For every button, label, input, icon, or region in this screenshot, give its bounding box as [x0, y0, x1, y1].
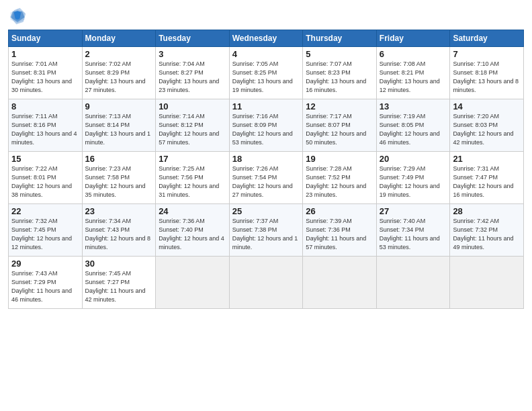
logo [8, 7, 30, 26]
day-number: 13 [380, 101, 447, 111]
calendar-cell: 7Sunrise: 7:10 AMSunset: 8:18 PMDaylight… [450, 47, 524, 99]
calendar-cell: 23Sunrise: 7:34 AMSunset: 7:43 PMDayligh… [82, 204, 156, 257]
calendar-cell: 25Sunrise: 7:37 AMSunset: 7:38 PMDayligh… [229, 204, 303, 257]
calendar-week-row: 1Sunrise: 7:01 AMSunset: 8:31 PMDaylight… [9, 47, 524, 99]
day-number: 23 [85, 206, 153, 216]
day-info: Sunrise: 7:39 AMSunset: 7:36 PMDaylight:… [306, 217, 373, 252]
calendar-week-row: 8Sunrise: 7:11 AMSunset: 8:16 PMDaylight… [9, 99, 524, 152]
calendar-week-row: 29Sunrise: 7:43 AMSunset: 7:29 PMDayligh… [9, 257, 524, 309]
day-number: 24 [159, 206, 226, 216]
header [8, 7, 524, 26]
day-number: 18 [232, 154, 300, 164]
calendar-cell: 29Sunrise: 7:43 AMSunset: 7:29 PMDayligh… [9, 257, 83, 309]
calendar-cell: 4Sunrise: 7:05 AMSunset: 8:25 PMDaylight… [229, 47, 303, 99]
day-number: 9 [85, 101, 153, 111]
column-header-friday: Friday [376, 30, 450, 47]
day-number: 12 [306, 101, 373, 111]
calendar-cell: 21Sunrise: 7:31 AMSunset: 7:47 PMDayligh… [450, 152, 524, 204]
logo-icon [8, 7, 27, 26]
calendar-cell: 20Sunrise: 7:29 AMSunset: 7:49 PMDayligh… [376, 152, 450, 204]
calendar-cell: 27Sunrise: 7:40 AMSunset: 7:34 PMDayligh… [376, 204, 450, 257]
day-number: 6 [380, 49, 447, 59]
calendar-cell: 19Sunrise: 7:28 AMSunset: 7:52 PMDayligh… [303, 152, 377, 204]
day-info: Sunrise: 7:04 AMSunset: 8:27 PMDaylight:… [159, 60, 226, 95]
calendar-cell: 15Sunrise: 7:22 AMSunset: 8:01 PMDayligh… [9, 152, 83, 204]
day-info: Sunrise: 7:36 AMSunset: 7:40 PMDaylight:… [159, 217, 226, 252]
day-number: 4 [232, 49, 300, 59]
calendar-cell: 3Sunrise: 7:04 AMSunset: 8:27 PMDaylight… [156, 47, 230, 99]
day-info: Sunrise: 7:28 AMSunset: 7:52 PMDaylight:… [306, 165, 373, 199]
day-info: Sunrise: 7:08 AMSunset: 8:21 PMDaylight:… [380, 60, 447, 95]
day-info: Sunrise: 7:37 AMSunset: 7:38 PMDaylight:… [232, 217, 300, 252]
day-info: Sunrise: 7:05 AMSunset: 8:25 PMDaylight:… [232, 60, 300, 95]
day-number: 3 [159, 49, 226, 59]
page-container: SundayMondayTuesdayWednesdayThursdayFrid… [0, 0, 532, 316]
calendar-cell [303, 257, 377, 309]
calendar-cell: 9Sunrise: 7:13 AMSunset: 8:14 PMDaylight… [82, 99, 156, 152]
day-info: Sunrise: 7:42 AMSunset: 7:32 PMDaylight:… [453, 217, 521, 252]
calendar-cell: 18Sunrise: 7:26 AMSunset: 7:54 PMDayligh… [229, 152, 303, 204]
day-number: 16 [85, 154, 153, 164]
day-number: 20 [380, 154, 447, 164]
calendar-cell: 13Sunrise: 7:19 AMSunset: 8:05 PMDayligh… [376, 99, 450, 152]
day-info: Sunrise: 7:26 AMSunset: 7:54 PMDaylight:… [232, 165, 300, 199]
day-number: 27 [380, 206, 447, 216]
calendar-cell: 22Sunrise: 7:32 AMSunset: 7:45 PMDayligh… [9, 204, 83, 257]
day-number: 19 [306, 154, 373, 164]
calendar-week-row: 22Sunrise: 7:32 AMSunset: 7:45 PMDayligh… [9, 204, 524, 257]
day-info: Sunrise: 7:11 AMSunset: 8:16 PMDaylight:… [11, 112, 79, 147]
column-header-sunday: Sunday [9, 30, 83, 47]
day-number: 21 [453, 154, 521, 164]
calendar-cell [229, 257, 303, 309]
day-number: 29 [11, 259, 79, 269]
day-info: Sunrise: 7:23 AMSunset: 7:58 PMDaylight:… [85, 165, 153, 199]
column-header-monday: Monday [82, 30, 156, 47]
day-number: 2 [85, 49, 153, 59]
calendar-cell [156, 257, 230, 309]
calendar-cell: 5Sunrise: 7:07 AMSunset: 8:23 PMDaylight… [303, 47, 377, 99]
day-info: Sunrise: 7:34 AMSunset: 7:43 PMDaylight:… [85, 217, 153, 252]
calendar-cell: 6Sunrise: 7:08 AMSunset: 8:21 PMDaylight… [376, 47, 450, 99]
calendar-cell: 2Sunrise: 7:02 AMSunset: 8:29 PMDaylight… [82, 47, 156, 99]
calendar-cell: 11Sunrise: 7:16 AMSunset: 8:09 PMDayligh… [229, 99, 303, 152]
calendar-cell: 26Sunrise: 7:39 AMSunset: 7:36 PMDayligh… [303, 204, 377, 257]
day-number: 11 [232, 101, 300, 111]
calendar-cell: 14Sunrise: 7:20 AMSunset: 8:03 PMDayligh… [450, 99, 524, 152]
day-number: 7 [453, 49, 521, 59]
calendar-cell: 28Sunrise: 7:42 AMSunset: 7:32 PMDayligh… [450, 204, 524, 257]
calendar-cell: 30Sunrise: 7:45 AMSunset: 7:27 PMDayligh… [82, 257, 156, 309]
calendar-cell [376, 257, 450, 309]
day-number: 5 [306, 49, 373, 59]
day-number: 25 [232, 206, 300, 216]
day-info: Sunrise: 7:43 AMSunset: 7:29 PMDaylight:… [11, 269, 79, 304]
day-number: 10 [159, 101, 226, 111]
day-number: 28 [453, 206, 521, 216]
day-info: Sunrise: 7:01 AMSunset: 8:31 PMDaylight:… [11, 60, 79, 95]
column-header-thursday: Thursday [303, 30, 377, 47]
calendar-week-row: 15Sunrise: 7:22 AMSunset: 8:01 PMDayligh… [9, 152, 524, 204]
day-info: Sunrise: 7:13 AMSunset: 8:14 PMDaylight:… [85, 112, 153, 147]
day-number: 26 [306, 206, 373, 216]
day-info: Sunrise: 7:32 AMSunset: 7:45 PMDaylight:… [11, 217, 79, 252]
calendar-cell: 17Sunrise: 7:25 AMSunset: 7:56 PMDayligh… [156, 152, 230, 204]
day-number: 15 [11, 154, 79, 164]
day-number: 22 [11, 206, 79, 216]
calendar-cell: 24Sunrise: 7:36 AMSunset: 7:40 PMDayligh… [156, 204, 230, 257]
day-info: Sunrise: 7:17 AMSunset: 8:07 PMDaylight:… [306, 112, 373, 147]
column-header-saturday: Saturday [450, 30, 524, 47]
day-info: Sunrise: 7:16 AMSunset: 8:09 PMDaylight:… [232, 112, 300, 147]
day-info: Sunrise: 7:10 AMSunset: 8:18 PMDaylight:… [453, 60, 521, 95]
column-header-wednesday: Wednesday [229, 30, 303, 47]
column-header-tuesday: Tuesday [156, 30, 230, 47]
calendar-cell [450, 257, 524, 309]
day-info: Sunrise: 7:25 AMSunset: 7:56 PMDaylight:… [159, 165, 226, 199]
day-number: 1 [11, 49, 79, 59]
day-info: Sunrise: 7:29 AMSunset: 7:49 PMDaylight:… [380, 165, 447, 199]
day-info: Sunrise: 7:19 AMSunset: 8:05 PMDaylight:… [380, 112, 447, 147]
day-number: 8 [11, 101, 79, 111]
day-info: Sunrise: 7:22 AMSunset: 8:01 PMDaylight:… [11, 165, 79, 199]
day-info: Sunrise: 7:31 AMSunset: 7:47 PMDaylight:… [453, 165, 521, 199]
day-info: Sunrise: 7:14 AMSunset: 8:12 PMDaylight:… [159, 112, 226, 147]
calendar-table: SundayMondayTuesdayWednesdayThursdayFrid… [8, 30, 524, 309]
calendar-cell: 12Sunrise: 7:17 AMSunset: 8:07 PMDayligh… [303, 99, 377, 152]
